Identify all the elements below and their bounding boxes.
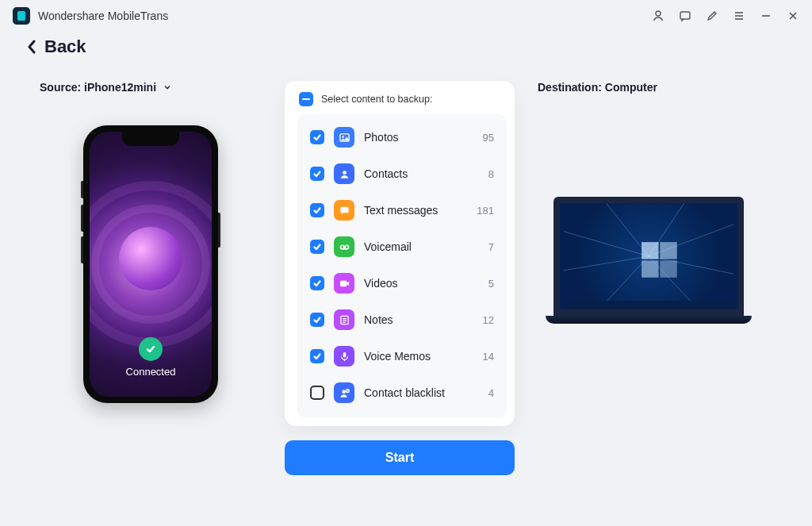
content-item[interactable]: Calendar7 (302, 411, 502, 418)
videos-icon (334, 273, 354, 294)
item-checkbox[interactable] (310, 167, 324, 181)
start-button[interactable]: Start (285, 440, 515, 475)
edit-icon[interactable] (706, 10, 718, 22)
titlebar: Wondershare MobileTrans (0, 0, 812, 32)
blacklist-icon (334, 382, 354, 403)
svg-rect-15 (339, 280, 346, 286)
content-selection-panel: Select content to backup: Photos95Contac… (285, 81, 515, 426)
content-item[interactable]: Photos95 (302, 119, 502, 155)
start-label: Start (385, 451, 414, 464)
item-label: Notes (364, 313, 473, 326)
destination-label: Destination: Computer (538, 81, 657, 94)
item-count: 8 (488, 168, 494, 180)
item-label: Photos (364, 131, 473, 144)
connection-status: Connected (126, 366, 176, 378)
item-label: Voice Memos (364, 350, 473, 363)
app-logo (13, 7, 30, 25)
chevron-left-icon (25, 38, 38, 56)
svg-rect-37 (642, 242, 658, 259)
contacts-icon (334, 163, 354, 184)
source-device-phone: Connected (83, 125, 218, 403)
content-item[interactable]: Text messages181 (302, 192, 502, 228)
titlebar-actions (652, 10, 799, 22)
back-button[interactable]: Back (0, 32, 812, 67)
item-count: 5 (488, 278, 494, 290)
item-checkbox[interactable] (310, 313, 324, 327)
chevron-down-icon (163, 83, 172, 92)
item-count: 14 (483, 351, 494, 363)
content-item[interactable]: Contacts8 (302, 155, 502, 192)
back-label: Back (44, 36, 86, 57)
svg-point-22 (342, 390, 346, 394)
content-item[interactable]: Contact blacklist4 (302, 374, 502, 411)
svg-rect-11 (340, 206, 348, 213)
svg-rect-39 (642, 260, 658, 277)
messages-icon (334, 200, 354, 221)
close-icon[interactable] (787, 10, 799, 22)
item-checkbox[interactable] (310, 386, 324, 400)
item-checkbox[interactable] (310, 240, 324, 254)
svg-point-9 (342, 136, 343, 137)
item-count: 181 (477, 205, 494, 217)
destination-device-laptop (546, 197, 752, 324)
item-label: Voicemail (364, 240, 479, 253)
content-item[interactable]: Videos5 (302, 265, 502, 301)
photos-icon (334, 127, 354, 148)
item-count: 12 (483, 314, 494, 326)
check-icon (139, 337, 163, 361)
content-list[interactable]: Photos95Contacts8Text messages181Voicema… (297, 114, 507, 418)
source-label: Source: iPhone12mini (40, 81, 156, 94)
voicememos-icon (334, 346, 354, 367)
item-checkbox[interactable] (310, 276, 324, 290)
content-item[interactable]: Notes12 (302, 301, 502, 338)
svg-rect-20 (343, 351, 346, 357)
item-checkbox[interactable] (310, 203, 324, 217)
menu-icon[interactable] (733, 10, 745, 22)
app-title: Wondershare MobileTrans (38, 10, 168, 22)
notes-icon (334, 309, 354, 330)
svg-line-30 (564, 256, 649, 271)
select-all-checkbox[interactable] (299, 92, 313, 106)
content-item[interactable]: Voicemail7 (302, 228, 502, 265)
item-count: 7 (488, 241, 494, 253)
content-item[interactable]: Voice Memos14 (302, 338, 502, 374)
svg-rect-38 (660, 242, 676, 259)
panel-header: Select content to backup: (321, 94, 432, 105)
item-label: Videos (364, 277, 479, 290)
svg-rect-1 (680, 12, 690, 19)
svg-point-10 (343, 171, 347, 175)
svg-line-29 (564, 232, 649, 256)
item-checkbox[interactable] (310, 130, 324, 144)
item-label: Contacts (364, 167, 479, 180)
svg-line-24 (346, 390, 348, 392)
source-selector[interactable]: Source: iPhone12mini (40, 81, 172, 94)
item-count: 95 (483, 132, 494, 144)
account-icon[interactable] (652, 10, 665, 22)
item-checkbox[interactable] (310, 349, 324, 363)
feedback-icon[interactable] (679, 10, 691, 22)
item-count: 4 (488, 387, 494, 399)
voicemail-icon (334, 236, 354, 257)
svg-rect-40 (660, 260, 676, 277)
svg-point-0 (656, 11, 661, 16)
svg-rect-41 (564, 301, 733, 309)
minimize-icon[interactable] (760, 10, 772, 22)
item-label: Text messages (364, 204, 467, 217)
item-label: Contact blacklist (364, 386, 479, 399)
